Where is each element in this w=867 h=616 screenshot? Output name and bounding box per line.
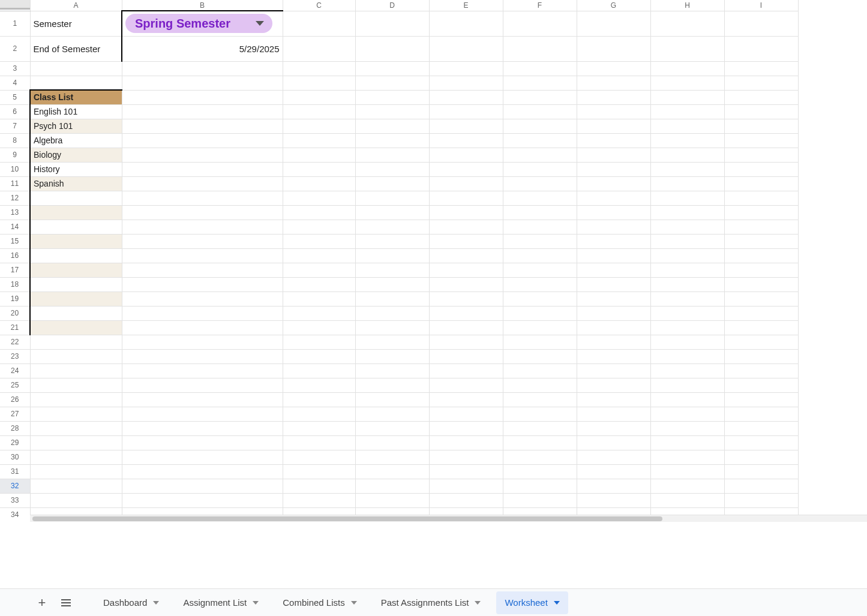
cell-F28[interactable] [503,421,577,435]
row-header-12[interactable]: 12 [0,191,30,205]
chevron-down-icon[interactable] [351,601,357,605]
cell-B9[interactable] [122,148,283,162]
cell-I5[interactable] [724,90,798,104]
cell-G16[interactable] [577,248,650,263]
cell-G25[interactable] [577,378,650,392]
cell-A23[interactable] [30,349,122,363]
cell-E13[interactable] [429,205,503,220]
cell-C25[interactable] [283,378,355,392]
cell-F12[interactable] [503,191,577,205]
cell-E21[interactable] [429,320,503,335]
col-header-G[interactable]: G [577,0,650,11]
cell-C14[interactable] [283,220,355,234]
cell-D12[interactable] [355,191,429,205]
cell-E4[interactable] [429,76,503,90]
cell-B8[interactable] [122,133,283,148]
cell-E31[interactable] [429,464,503,479]
cell-C13[interactable] [283,205,355,220]
cell-G31[interactable] [577,464,650,479]
cell-C7[interactable] [283,119,355,133]
row-header-1[interactable]: 1 [0,11,30,36]
cell-F23[interactable] [503,349,577,363]
cell-I4[interactable] [724,76,798,90]
cell-E10[interactable] [429,162,503,176]
cell-A7[interactable]: Psych 101 [30,119,122,133]
cell-D28[interactable] [355,421,429,435]
cell-I16[interactable] [724,248,798,263]
cell-G3[interactable] [577,61,650,76]
cell-I12[interactable] [724,191,798,205]
cell-H12[interactable] [650,191,724,205]
cell-C29[interactable] [283,435,355,450]
cell-G26[interactable] [577,392,650,407]
row-header-17[interactable]: 17 [0,263,30,277]
cell-B23[interactable] [122,349,283,363]
cell-F3[interactable] [503,61,577,76]
row-header-28[interactable]: 28 [0,421,30,435]
cell-D8[interactable] [355,133,429,148]
cell-I27[interactable] [724,407,798,421]
cell-B22[interactable] [122,335,283,349]
cell-A6[interactable]: English 101 [30,104,122,119]
cell-D33[interactable] [355,493,429,507]
cell-E19[interactable] [429,292,503,306]
cell-A5[interactable]: Class List [30,90,122,104]
cell-H19[interactable] [650,292,724,306]
cell-H27[interactable] [650,407,724,421]
cell-H30[interactable] [650,450,724,464]
cell-B26[interactable] [122,392,283,407]
row-header-20[interactable]: 20 [0,306,30,320]
row-header-14[interactable]: 14 [0,220,30,234]
chevron-down-icon[interactable] [554,601,560,605]
chevron-down-icon[interactable] [475,601,481,605]
cell-G22[interactable] [577,335,650,349]
cell-A27[interactable] [30,407,122,421]
cell-I2[interactable] [724,36,798,61]
cell-I17[interactable] [724,263,798,277]
cell-G4[interactable] [577,76,650,90]
cell-H26[interactable] [650,392,724,407]
row-header-34[interactable]: 34 [0,507,30,522]
cell-A19[interactable] [30,292,122,306]
cell-E26[interactable] [429,392,503,407]
cell-F26[interactable] [503,392,577,407]
cell-D9[interactable] [355,148,429,162]
cell-I25[interactable] [724,378,798,392]
cell-C22[interactable] [283,335,355,349]
cell-B2[interactable]: 5/29/2025 [122,36,283,61]
cell-B4[interactable] [122,76,283,90]
cell-B6[interactable] [122,104,283,119]
col-header-E[interactable]: E [429,0,503,11]
row-header-19[interactable]: 19 [0,292,30,306]
cell-F5[interactable] [503,90,577,104]
cell-E17[interactable] [429,263,503,277]
cell-H29[interactable] [650,435,724,450]
cell-F7[interactable] [503,119,577,133]
row-header-31[interactable]: 31 [0,464,30,479]
cell-E28[interactable] [429,421,503,435]
cell-F14[interactable] [503,220,577,234]
cell-G20[interactable] [577,306,650,320]
cell-B30[interactable] [122,450,283,464]
cell-I8[interactable] [724,133,798,148]
cell-F17[interactable] [503,263,577,277]
cell-C11[interactable] [283,176,355,191]
cell-D24[interactable] [355,363,429,378]
cell-G30[interactable] [577,450,650,464]
cell-I3[interactable] [724,61,798,76]
cell-A26[interactable] [30,392,122,407]
cell-I24[interactable] [724,363,798,378]
cell-C10[interactable] [283,162,355,176]
sheet-tab-assignment-list[interactable]: Assignment List [175,591,267,614]
cell-H6[interactable] [650,104,724,119]
cell-A11[interactable]: Spanish [30,176,122,191]
row-header-13[interactable]: 13 [0,205,30,220]
cell-B13[interactable] [122,205,283,220]
cell-C26[interactable] [283,392,355,407]
row-header-15[interactable]: 15 [0,234,30,248]
cell-E25[interactable] [429,378,503,392]
add-sheet-button[interactable]: + [30,591,54,614]
cell-I15[interactable] [724,234,798,248]
cell-F4[interactable] [503,76,577,90]
cell-C19[interactable] [283,292,355,306]
